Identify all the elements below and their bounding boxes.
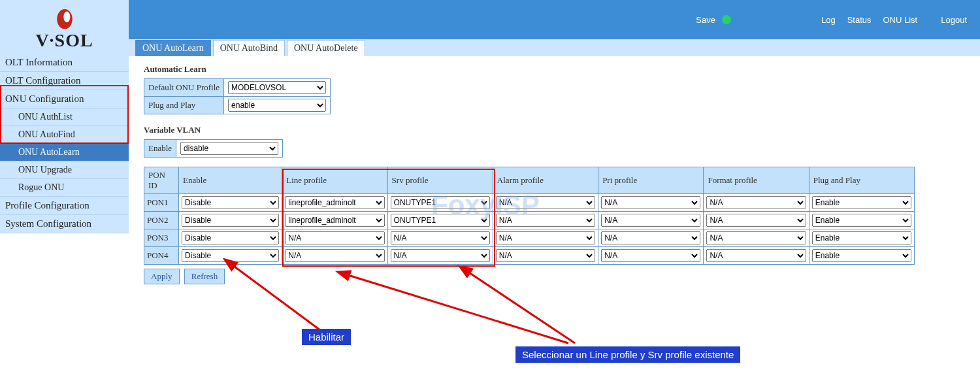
pon-line-select[interactable]: lineprofile_adminolt: [285, 196, 384, 209]
tab-autolearn[interactable]: ONU AutoLearn: [135, 40, 211, 56]
sidebar-item-onu-authlist[interactable]: ONU AuthList: [0, 109, 129, 126]
sidebar-item-olt-cfg[interactable]: OLT Configuration: [0, 72, 129, 90]
pon-srv-select[interactable]: ONUTYPE1: [391, 196, 490, 209]
flame-icon: [54, 3, 76, 30]
pon-enable-select[interactable]: Disable: [182, 214, 279, 227]
pon-alarm-select[interactable]: N/A: [496, 231, 595, 244]
pon-srv-select[interactable]: ONUTYPE1: [391, 214, 490, 227]
pnp-select[interactable]: enable: [228, 99, 326, 112]
pon-enable-select[interactable]: Disable: [182, 231, 279, 244]
pon-srv-select[interactable]: N/A: [391, 249, 490, 262]
pon-line-select[interactable]: lineprofile_adminolt: [285, 214, 384, 227]
sidebar-item-profile-cfg[interactable]: Profile Configuration: [0, 197, 129, 215]
sidebar-item-onu-cfg[interactable]: ONU Configuration: [0, 90, 129, 109]
sidebar: OLT Information OLT Configuration ONU Co…: [0, 54, 129, 233]
top-bar: Save Log Status ONU List Logout: [129, 0, 980, 39]
pon-header-enable: Enable: [179, 167, 282, 194]
pon-id-cell: PON1: [144, 194, 179, 212]
variable-vlan-table: Enable disable: [144, 139, 283, 158]
pon-srv-select[interactable]: N/A: [391, 231, 490, 244]
pon-enable-select[interactable]: Disable: [182, 249, 279, 262]
apply-button[interactable]: Apply: [144, 269, 180, 284]
refresh-button[interactable]: Refresh: [184, 269, 225, 284]
sidebar-item-onu-autofind[interactable]: ONU AutoFind: [0, 126, 129, 144]
pnp-label: Plug and Play: [144, 97, 224, 114]
tab-row: ONU AutoLearn ONU AutoBind ONU AutoDelet…: [135, 40, 365, 56]
svg-point-1: [63, 11, 70, 22]
pon-header-srv: Srv profile: [387, 167, 493, 194]
annotation-habilitar: Habilitar: [302, 329, 351, 345]
tab-autobind[interactable]: ONU AutoBind: [213, 40, 285, 56]
automatic-learn-title: Automatic Learn: [144, 64, 973, 75]
pon-pnp-select[interactable]: Enable: [812, 214, 911, 227]
status-link[interactable]: Status: [847, 15, 872, 25]
log-link[interactable]: Log: [821, 15, 836, 25]
pon-alarm-select[interactable]: N/A: [496, 196, 595, 209]
tab-autodelete[interactable]: ONU AutoDelete: [287, 40, 365, 56]
pon-header-format: Format profile: [704, 167, 809, 194]
sidebar-item-system-cfg[interactable]: System Configuration: [0, 215, 129, 233]
vv-enable-label: Enable: [144, 140, 176, 158]
variable-vlan-title: Variable VLAN: [144, 125, 973, 135]
default-profile-select[interactable]: MODELOVSOL: [228, 81, 326, 94]
svg-line-3: [346, 275, 568, 343]
pon-format-select[interactable]: N/A: [706, 196, 806, 209]
main-content: Automatic Learn Default ONU Profile MODE…: [144, 60, 973, 284]
pon-row: PON1Disablelineprofile_adminoltONUTYPE1N…: [144, 194, 915, 212]
onulist-link[interactable]: ONU List: [883, 15, 918, 25]
save-link[interactable]: Save: [696, 15, 715, 25]
pon-format-select[interactable]: N/A: [706, 231, 806, 244]
pon-row: PON4DisableN/AN/AN/AN/AN/AEnable: [144, 247, 915, 265]
pon-alarm-select[interactable]: N/A: [496, 249, 595, 262]
pon-format-select[interactable]: N/A: [706, 214, 806, 227]
pon-header-id: PON ID: [144, 167, 179, 194]
pon-pri-select[interactable]: N/A: [601, 196, 700, 209]
pon-alarm-select[interactable]: N/A: [496, 214, 595, 227]
pon-id-cell: PON3: [144, 229, 179, 247]
logo-area: V·SOL: [0, 0, 129, 54]
brand-logo: V·SOL: [35, 3, 93, 51]
pon-enable-select[interactable]: Disable: [182, 196, 279, 209]
pon-header-alarm: Alarm profile: [493, 167, 598, 194]
pon-pri-select[interactable]: N/A: [601, 214, 700, 227]
pon-header-pri: Pri profile: [598, 167, 704, 194]
pon-pri-select[interactable]: N/A: [601, 249, 700, 262]
vv-enable-select[interactable]: disable: [180, 142, 278, 155]
pon-line-select[interactable]: N/A: [285, 249, 384, 262]
status-dot-icon: [722, 15, 731, 24]
pon-row: PON2Disablelineprofile_adminoltONUTYPE1N…: [144, 212, 915, 229]
pon-id-cell: PON4: [144, 247, 179, 265]
logout-link[interactable]: Logout: [941, 15, 967, 25]
pon-header-line: Line profile: [282, 167, 387, 194]
save-group: Save: [696, 15, 731, 25]
brand-name: V·SOL: [35, 30, 93, 51]
pon-pri-select[interactable]: N/A: [601, 231, 700, 244]
default-profile-label: Default ONU Profile: [144, 79, 224, 97]
sidebar-item-onu-upgrade[interactable]: ONU Upgrade: [0, 161, 129, 179]
pon-pnp-select[interactable]: Enable: [812, 196, 911, 209]
sidebar-item-rogue-onu[interactable]: Rogue ONU: [0, 179, 129, 197]
annotation-seleccionar: Seleccionar un Line profile y Srv profil…: [515, 346, 740, 363]
pon-header-pnp: Plug and Play: [809, 167, 914, 194]
pon-table: PON ID Enable Line profile Srv profile A…: [144, 167, 915, 265]
pon-row: PON3DisableN/AN/AN/AN/AN/AEnable: [144, 229, 915, 247]
sidebar-item-onu-autolearn[interactable]: ONU AutoLearn: [0, 144, 129, 161]
pon-line-select[interactable]: N/A: [285, 231, 384, 244]
automatic-learn-table: Default ONU Profile MODELOVSOL Plug and …: [144, 78, 331, 114]
pon-pnp-select[interactable]: Enable: [812, 249, 911, 262]
sidebar-item-olt-info[interactable]: OLT Information: [0, 54, 129, 72]
pon-id-cell: PON2: [144, 212, 179, 229]
pon-format-select[interactable]: N/A: [706, 249, 806, 262]
pon-pnp-select[interactable]: Enable: [812, 231, 911, 244]
sub-bar: ONU AutoLearn ONU AutoBind ONU AutoDelet…: [129, 39, 980, 56]
